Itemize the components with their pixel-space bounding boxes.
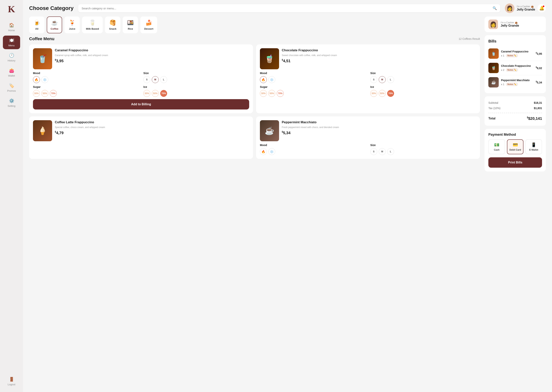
sugar-70[interactable]: 70% bbox=[50, 90, 57, 97]
product-description: Caramel syrup with coffee, milk, and whi… bbox=[55, 54, 249, 57]
payment-methods: 💵 Cash 💳 Debit Card 📱 E-Wallet bbox=[488, 139, 542, 154]
rice-icon: 🍱 bbox=[127, 20, 134, 26]
notes-badge[interactable]: Notes ✏️ bbox=[506, 68, 518, 72]
mood-option: Mood 🔥 ❄️ bbox=[260, 72, 366, 83]
mood-hot[interactable]: 🔥 bbox=[33, 76, 40, 83]
size-pills: S M L bbox=[143, 76, 249, 83]
size-m[interactable]: M bbox=[152, 76, 159, 83]
mood-hot[interactable]: 🔥 bbox=[260, 148, 267, 155]
ice-50[interactable]: 50% bbox=[152, 90, 159, 97]
ice-30[interactable]: 30% bbox=[143, 90, 150, 97]
payment-section: Payment Method 💵 Cash 💳 Debit Card 📱 E-W… bbox=[485, 129, 546, 171]
sugar-50[interactable]: 50% bbox=[41, 90, 48, 97]
sugar-70[interactable]: 70% bbox=[277, 90, 284, 97]
option-label: Mood bbox=[33, 72, 139, 75]
sidebar-item-logout[interactable]: 🚪 Logout bbox=[3, 375, 20, 388]
mood-cold[interactable]: ❄️ bbox=[268, 148, 275, 155]
option-row-sugar-ice: Sugar 30% 50% 70% Ice 30% 50% bbox=[260, 85, 476, 97]
payment-ewallet[interactable]: 📱 E-Wallet bbox=[525, 139, 542, 154]
notes-badge[interactable]: Notes ✏️ bbox=[506, 54, 518, 57]
menu-header: Coffee Menu 12 Coffees Result bbox=[29, 36, 480, 41]
size-s[interactable]: S bbox=[370, 148, 377, 155]
size-s[interactable]: S bbox=[143, 76, 150, 83]
ice-30[interactable]: 30% bbox=[370, 90, 377, 97]
size-l[interactable]: L bbox=[387, 148, 394, 155]
card-top: Coffee Latte Frappuccino Special coffee,… bbox=[33, 120, 249, 141]
card-info: Coffee Latte Frappuccino Special coffee,… bbox=[55, 120, 249, 135]
sidebar-item-home[interactable]: 🏠 Home bbox=[3, 21, 20, 34]
search-input[interactable] bbox=[82, 7, 491, 10]
sidebar-item-history[interactable]: 🕐 History bbox=[3, 51, 20, 64]
size-option: Size S M L bbox=[370, 144, 476, 155]
payment-title: Payment Method bbox=[488, 133, 542, 137]
avatar: 👩 bbox=[505, 3, 515, 13]
sugar-30[interactable]: 30% bbox=[33, 90, 40, 97]
menu-title: Coffee Menu bbox=[29, 36, 54, 41]
bill-product-image bbox=[488, 49, 499, 59]
mood-option: Mood 🔥 ❄️ bbox=[33, 72, 139, 83]
option-label: Mood bbox=[260, 72, 366, 75]
history-icon: 🕐 bbox=[9, 53, 14, 58]
bill-quantity: x 1 bbox=[501, 83, 504, 86]
logout-label: Logout bbox=[8, 383, 15, 386]
sidebar-item-wallet[interactable]: 👛 Wallet bbox=[3, 66, 20, 79]
main-content: Choose Category 🔍 👩 I'm a Cashier 👜 Jell… bbox=[23, 0, 552, 392]
sidebar-item-menu[interactable]: 🍽️ Menu bbox=[3, 35, 20, 49]
size-s[interactable]: S bbox=[370, 76, 377, 83]
cashier-info: I'm a Cashier 👜 Jelly Grande bbox=[501, 21, 519, 27]
category-all[interactable]: 🍺 All bbox=[29, 16, 44, 33]
ice-70[interactable]: 70% bbox=[160, 90, 167, 97]
menu-result: 12 Coffees Result bbox=[459, 37, 480, 40]
sidebar-item-label: Home bbox=[8, 29, 15, 32]
coffee-icon: ☕ bbox=[51, 20, 58, 26]
sugar-50[interactable]: 50% bbox=[268, 90, 275, 97]
ice-option: Ice 30% 50% 70% bbox=[143, 85, 249, 97]
tax-label: Tax (10%) bbox=[488, 107, 501, 110]
size-m[interactable]: M bbox=[379, 148, 386, 155]
app-logo: K bbox=[8, 4, 15, 14]
option-label: Ice bbox=[370, 85, 476, 88]
sidebar-item-setting[interactable]: ⚙️ Setting bbox=[3, 96, 20, 110]
mood-cold[interactable]: ❄️ bbox=[41, 76, 48, 83]
bill-info: Chocolate Frappuccino x 2 Notes ✏️ bbox=[501, 64, 533, 72]
bill-price: $3,95 bbox=[536, 52, 542, 55]
notification-button[interactable]: 🔔 bbox=[537, 4, 546, 13]
bill-meta: x 2 Notes ✏️ bbox=[501, 68, 533, 72]
cashier-card: 👩 I'm a Cashier 👜 Jelly Grande bbox=[485, 16, 546, 32]
search-bar[interactable]: 🔍 bbox=[78, 4, 500, 12]
notes-badge[interactable]: Notes ✏️ bbox=[506, 83, 518, 86]
category-snack[interactable]: 🥞 Snack bbox=[105, 16, 120, 33]
category-rice[interactable]: 🍱 Rice bbox=[123, 16, 138, 33]
ice-70[interactable]: 70% bbox=[387, 90, 394, 97]
snack-icon: 🥞 bbox=[109, 20, 116, 26]
mood-hot[interactable]: 🔥 bbox=[260, 76, 267, 83]
option-row-mood-size: Mood 🔥 ❄️ Size S M L bbox=[260, 72, 476, 83]
add-to-billing-button[interactable]: Add to Billing bbox=[33, 99, 249, 110]
size-l[interactable]: L bbox=[160, 76, 167, 83]
bill-product-name: Peppermint Macchiato bbox=[501, 79, 533, 82]
payment-debit[interactable]: 💳 Debit Card bbox=[507, 139, 524, 154]
total-value: $$20,141 bbox=[527, 116, 542, 121]
payment-cash[interactable]: 💵 Cash bbox=[488, 139, 505, 154]
total-divider bbox=[488, 113, 542, 113]
option-row-mood-size: Mood 🔥 ❄️ Size S M L bbox=[33, 72, 249, 83]
all-icon: 🍺 bbox=[34, 20, 40, 26]
product-description: Fresh peppermint mixed with choco, and b… bbox=[282, 126, 476, 129]
subtotal-value: $18,31 bbox=[534, 101, 542, 104]
tax-row: Tax (10%) $1,831 bbox=[488, 105, 542, 111]
size-m[interactable]: M bbox=[379, 76, 386, 83]
category-coffee[interactable]: ☕ Coffee bbox=[47, 16, 62, 33]
debit-icon: 💳 bbox=[513, 142, 518, 147]
sidebar-item-promos[interactable]: 🏷️ Promos bbox=[3, 81, 20, 95]
notification-dot bbox=[543, 6, 544, 7]
ice-50[interactable]: 50% bbox=[379, 90, 386, 97]
category-juice[interactable]: 🍹 Juice bbox=[64, 16, 80, 33]
product-image bbox=[260, 48, 279, 69]
print-bills-button[interactable]: Print Bills bbox=[488, 157, 542, 168]
size-l[interactable]: L bbox=[387, 76, 394, 83]
category-milk-based[interactable]: 🥛 Milk Based bbox=[82, 16, 103, 33]
category-label: Juice bbox=[69, 27, 75, 30]
mood-cold[interactable]: ❄️ bbox=[268, 76, 275, 83]
sugar-30[interactable]: 30% bbox=[260, 90, 267, 97]
category-dessert[interactable]: 🍰 Dessert bbox=[140, 16, 157, 33]
